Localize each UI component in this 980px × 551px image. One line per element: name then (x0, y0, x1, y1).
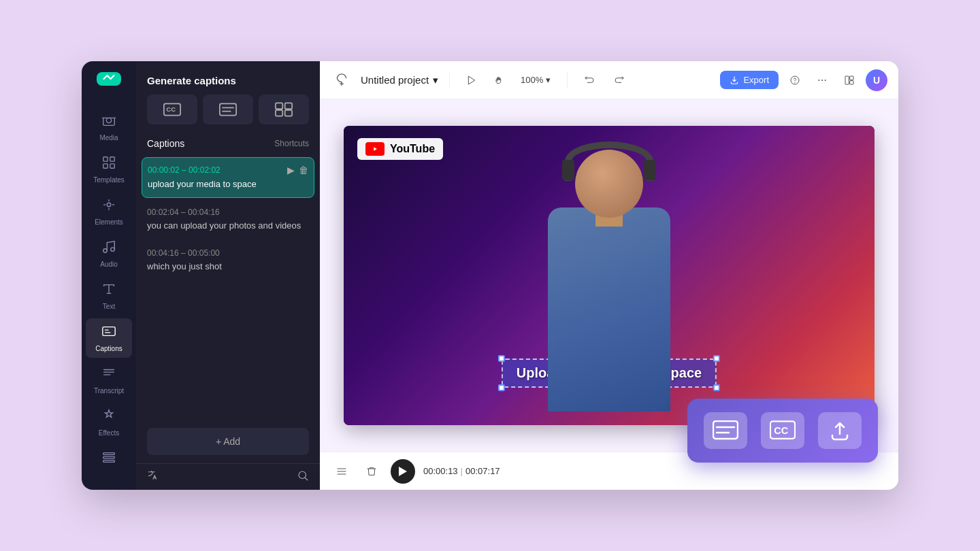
topbar-separator-2 (567, 72, 568, 88)
redo-btn[interactable] (608, 69, 630, 91)
svg-rect-17 (285, 103, 292, 109)
sidebar-item-label: Audio (100, 261, 118, 268)
layout-btn[interactable] (838, 69, 860, 91)
zoom-control[interactable]: 100% ▾ (515, 72, 556, 88)
sidebar-item-media[interactable]: Media (86, 107, 132, 147)
project-title-button[interactable]: Untitled project ▾ (361, 74, 438, 86)
svg-rect-16 (276, 103, 282, 109)
svg-point-22 (791, 76, 799, 84)
time-separator: | (461, 466, 463, 476)
caption-list: 00:00:02 – 00:02:02 ▶ 🗑 upload your medi… (136, 154, 320, 422)
svg-point-20 (299, 471, 306, 479)
panel-title: Generate captions (136, 61, 320, 95)
sidebar-item-text[interactable]: Text (86, 276, 132, 316)
topbar-tools: 100% ▾ (461, 69, 556, 91)
delete-clip-btn[interactable] (361, 461, 382, 482)
svg-rect-9 (103, 456, 115, 458)
caption-play-btn[interactable]: ▶ (287, 165, 295, 176)
sidebar-item-label: Templates (93, 176, 125, 184)
topbar: Untitled project ▾ 100% ▾ (320, 61, 898, 99)
svg-text:CC: CC (166, 105, 176, 113)
sidebar-item-label: Captions (95, 345, 122, 352)
caption-text: upload your media to space (148, 178, 308, 190)
feature-cards: CC (687, 399, 878, 463)
elements-icon (101, 197, 116, 216)
user-avatar[interactable]: U (866, 69, 887, 91)
translate-btn[interactable] (147, 469, 159, 484)
sidebar-item-audio[interactable]: Audio (86, 234, 132, 273)
total-time: 00:07:17 (466, 466, 500, 476)
svg-rect-19 (285, 110, 292, 116)
captions-label: Captions (147, 138, 184, 149)
sidebar-item-label: Transcript (94, 387, 124, 395)
caption-time-row: 00:00:02 – 00:02:02 ▶ 🗑 (148, 165, 308, 176)
svg-point-24 (818, 80, 819, 81)
resize-handle-tr[interactable] (713, 355, 720, 362)
sidebar-item-transcript[interactable]: Transcript (86, 361, 132, 400)
help-btn[interactable] (784, 69, 806, 91)
svg-point-23 (795, 82, 796, 83)
svg-point-4 (107, 203, 111, 207)
topbar-separator (449, 72, 450, 88)
zoom-chevron-icon: ▾ (546, 75, 551, 85)
svg-rect-0 (103, 157, 108, 161)
captions-icon (101, 324, 116, 342)
shortcuts-label[interactable]: Shortcuts (274, 139, 309, 148)
time-display: 00:00:13 | 00:07:17 (423, 466, 500, 476)
video-background: YouTube (344, 126, 875, 425)
svg-rect-13 (220, 103, 236, 115)
sidebar-item-captions[interactable]: Captions (86, 318, 132, 358)
svg-point-5 (103, 249, 108, 253)
sidebar: Media Templates Elements Audio Text (82, 61, 136, 490)
avatar-letter: U (873, 75, 880, 86)
caption-item[interactable]: 00:02:04 – 00:04:16 you can upload your … (142, 201, 314, 239)
more-options-btn[interactable] (811, 69, 833, 91)
templates-icon (101, 155, 116, 173)
play-mode-btn[interactable] (461, 69, 483, 91)
resize-handle-tl[interactable] (498, 355, 505, 362)
sidebar-item-elements[interactable]: Elements (86, 192, 132, 231)
sidebar-item-effects[interactable]: Effects (86, 403, 132, 442)
panel-bottom (136, 463, 320, 490)
caption-mode-scan[interactable] (259, 95, 309, 124)
svg-rect-28 (850, 76, 853, 80)
sidebar-item-templates[interactable]: Templates (86, 150, 132, 189)
project-title-text: Untitled project (361, 74, 429, 86)
svg-marker-30 (399, 467, 407, 476)
svg-rect-3 (110, 164, 114, 168)
captions-header: Captions Shortcuts (136, 133, 320, 154)
caption-mode-subtitle[interactable] (203, 95, 253, 124)
svg-rect-31 (713, 421, 738, 439)
sidebar-item-extra[interactable] (86, 445, 132, 474)
caption-delete-btn[interactable]: 🗑 (299, 165, 308, 176)
feature-card-cc[interactable]: CC (761, 412, 804, 449)
sidebar-item-label: Media (99, 134, 118, 141)
play-button[interactable] (391, 459, 415, 484)
caption-item[interactable]: 00:04:16 – 00:05:00 which you just shot (142, 241, 314, 280)
resize-handle-br[interactable] (713, 384, 720, 391)
hand-mode-btn[interactable] (488, 69, 510, 91)
text-icon (101, 282, 116, 300)
resize-handle-bl[interactable] (498, 384, 505, 391)
save-button[interactable] (331, 69, 353, 91)
extra-icon (101, 450, 116, 469)
trim-btn[interactable] (331, 461, 353, 482)
caption-mode-cc[interactable]: CC (147, 95, 197, 124)
search-captions-btn[interactable] (297, 469, 309, 484)
caption-item[interactable]: 00:00:02 – 00:02:02 ▶ 🗑 upload your medi… (142, 157, 314, 198)
video-canvas[interactable]: YouTube (344, 126, 875, 425)
sidebar-item-label: Text (103, 303, 115, 310)
caption-modes: CC (136, 95, 320, 133)
caption-time-row: 00:04:16 – 00:05:00 (147, 248, 309, 258)
feature-card-subtitles[interactable] (704, 412, 747, 449)
undo-btn[interactable] (578, 69, 600, 91)
sidebar-item-label: Elements (95, 218, 123, 226)
caption-actions: ▶ 🗑 (287, 165, 308, 176)
feature-card-upload[interactable] (818, 412, 862, 449)
svg-rect-29 (850, 80, 853, 84)
app-logo[interactable] (97, 72, 121, 86)
svg-point-26 (825, 80, 826, 81)
add-caption-button[interactable]: + Add (147, 428, 309, 455)
sidebar-item-label: Effects (99, 429, 119, 437)
export-button[interactable]: Export (720, 71, 779, 89)
